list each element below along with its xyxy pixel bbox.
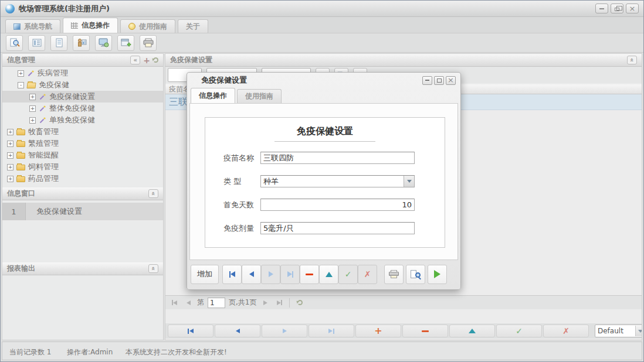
execute-button[interactable] [428, 265, 447, 284]
restore-button[interactable] [611, 4, 623, 13]
expand-icon[interactable]: + [29, 94, 36, 100]
dose-input[interactable] [260, 222, 415, 234]
add-record-button[interactable]: 增加 [191, 265, 219, 284]
document-button[interactable] [50, 35, 67, 51]
main-tabstrip: 系统导航 信息操作 使用指南 关于 [1, 17, 643, 33]
record-prev-button[interactable] [215, 325, 260, 337]
add-icon [374, 326, 382, 336]
dialog-tabstrip: 信息操作 使用指南 [191, 88, 283, 103]
first-page-button[interactable] [169, 298, 179, 308]
type-select[interactable]: 种羊 [260, 175, 415, 187]
folder-icon [16, 129, 25, 135]
icon-toolbar [1, 33, 643, 53]
search-button[interactable] [6, 35, 23, 51]
record-next-button[interactable] [262, 325, 307, 337]
tab-info-operation[interactable]: 信息操作 [63, 18, 118, 33]
tree-item-immunization-health[interactable]: - 免疫保健 [2, 79, 163, 91]
tree-item-label: 整体免疫保健 [49, 103, 95, 114]
dialog-maximize-button[interactable] [434, 76, 444, 85]
record-last-button[interactable] [309, 325, 354, 337]
edit-record-button[interactable] [319, 265, 338, 284]
nav-last-button[interactable] [280, 265, 300, 284]
tab-about[interactable]: 关于 [178, 19, 208, 33]
expand-icon[interactable]: + [7, 141, 13, 147]
dialog-tab-info-operation[interactable]: 信息操作 [191, 88, 235, 103]
expand-icon[interactable]: + [7, 176, 13, 182]
print-button[interactable] [140, 35, 157, 51]
record-add-button[interactable] [355, 325, 401, 337]
next-page-button[interactable] [260, 298, 270, 308]
new-window-button[interactable] [117, 35, 134, 51]
cancel-button[interactable] [358, 265, 377, 284]
nav-first-button[interactable] [222, 265, 242, 284]
expand-icon[interactable]: + [7, 129, 13, 135]
expand-icon[interactable]: + [29, 117, 36, 124]
add-icon[interactable] [143, 56, 150, 65]
expand-icon[interactable]: + [7, 152, 13, 159]
record-cancel-button[interactable] [543, 325, 589, 337]
tree-item-livestock-management[interactable]: + 牧畜管理 [2, 126, 163, 138]
prev-page-button[interactable] [183, 298, 194, 308]
refresh-icon[interactable] [153, 57, 158, 63]
chevron-down-icon[interactable] [404, 176, 414, 187]
check-icon [345, 269, 352, 279]
sidebar: 信息管理 + 疾病管理 - 免疫保健 + 免疫保健设置 [2, 53, 164, 340]
collapse-up-icon[interactable] [148, 264, 158, 273]
preset-select[interactable]: Default [595, 325, 642, 337]
dialog-titlebar[interactable]: 免疫保健设置 [187, 73, 460, 88]
confirm-button[interactable] [338, 265, 358, 284]
minimize-button[interactable] [595, 4, 608, 13]
close-icon [448, 76, 454, 84]
navigation-tree: + 疾病管理 - 免疫保健 + 免疫保健设置 + 整体免疫保健 + [2, 67, 163, 185]
expand-icon[interactable]: + [29, 105, 36, 112]
tab-label: 使用指南 [139, 22, 167, 32]
dialog-tab-user-guide[interactable]: 使用指南 [237, 89, 282, 103]
tree-item-feed-management[interactable]: + 饲料管理 [2, 161, 163, 173]
delete-icon [422, 330, 429, 332]
tree-item-immunization-settings[interactable]: + 免疫保健设置 [2, 91, 163, 103]
record-delete-button[interactable] [402, 325, 448, 337]
dialog-minimize-button[interactable] [422, 76, 432, 85]
collapse-up-icon[interactable] [148, 189, 158, 198]
tree-item-label: 单独免疫保健 [49, 115, 95, 125]
tab-user-guide[interactable]: 使用指南 [120, 19, 175, 33]
last-page-button[interactable] [274, 298, 284, 308]
tree-item-individual-immunization[interactable]: + 单独免疫保健 [2, 114, 163, 126]
window-titlebar: 牧场管理系统(非注册用户) [1, 1, 643, 17]
nav-next-button[interactable] [261, 265, 280, 284]
nav-prev-button[interactable] [242, 265, 261, 284]
user-report-button[interactable] [73, 35, 90, 51]
tree-item-breeding-management[interactable]: + 繁殖管理 [2, 138, 163, 149]
print-button[interactable] [384, 265, 404, 284]
refresh-page-button[interactable] [294, 298, 305, 308]
tree-item-medicine-management[interactable]: + 药品管理 [2, 173, 163, 185]
first-immunization-days-input[interactable] [260, 199, 415, 211]
tree-item-disease-management[interactable]: + 疾病管理 [2, 67, 163, 79]
collapse-left-icon[interactable] [130, 56, 140, 64]
page-number-input[interactable] [208, 298, 225, 308]
monitor-button[interactable] [95, 35, 112, 51]
expand-icon[interactable]: + [18, 70, 24, 77]
collapse-up-icon[interactable] [627, 56, 637, 64]
dialog-close-button[interactable] [446, 76, 456, 85]
close-button[interactable] [626, 4, 639, 13]
print-preview-button[interactable] [406, 265, 425, 284]
record-first-button[interactable] [168, 325, 213, 337]
vaccine-name-input[interactable] [260, 152, 415, 164]
maximize-icon [437, 78, 442, 83]
tab-system-navigation[interactable]: 系统导航 [5, 19, 60, 33]
delete-record-button[interactable] [300, 265, 319, 284]
collapse-icon[interactable]: - [18, 82, 24, 88]
expand-icon[interactable]: + [7, 164, 13, 170]
record-edit-button[interactable] [449, 325, 495, 337]
tree-item-smart-reminders[interactable]: + 智能提醒 [2, 149, 163, 161]
field-label: 疫苗名称 [223, 153, 260, 163]
info-window-list-item[interactable]: 1 免疫保健设置 [2, 203, 163, 220]
list-button[interactable] [28, 35, 45, 51]
tree-item-overall-immunization[interactable]: + 整体免疫保健 [2, 103, 163, 114]
tab-label: 关于 [186, 22, 200, 32]
list-item-label: 免疫保健设置 [26, 206, 82, 217]
folder-open-icon [26, 83, 36, 88]
folder-icon [16, 165, 25, 170]
record-confirm-button[interactable] [496, 325, 542, 337]
